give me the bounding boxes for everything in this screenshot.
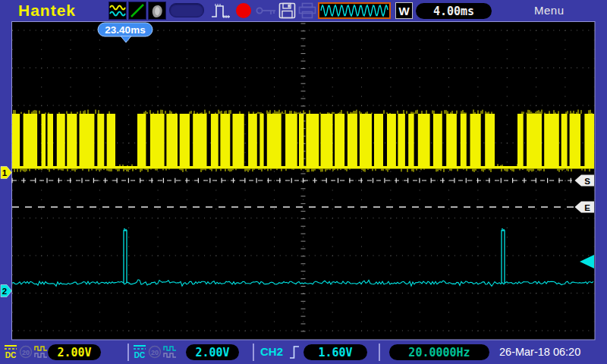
channel-waves-icon — [109, 2, 126, 19]
hand-button[interactable] — [148, 2, 166, 20]
status-bar: DC 20 2.00V DC 20 2.00V CH2 1.60V 20.000… — [0, 340, 607, 364]
trigger-position-value: 23.40ms — [105, 24, 145, 36]
menu-button[interactable]: Menu — [534, 4, 565, 17]
statusbar-divider — [127, 344, 129, 361]
ch1-position-marker[interactable]: 1 — [1, 167, 12, 179]
ch2-bandwidth-icon: 20 — [148, 345, 162, 359]
trigger-source-label: CH2 — [260, 345, 283, 358]
key-icon[interactable] — [256, 5, 277, 17]
memory-waveform-preview[interactable] — [318, 2, 391, 19]
save-icon[interactable] — [278, 2, 296, 19]
statusbar-divider — [253, 344, 254, 361]
trigger-frequency-readout: 20.0000Hz — [389, 344, 489, 360]
trigger-slope-rising-icon — [288, 344, 300, 360]
ch1-coupling-label: DC — [5, 351, 16, 359]
ch1-scale-readout: 2.00V — [48, 344, 101, 360]
scope-screen: 23.40ms 1 2 S E — [0, 21, 607, 340]
ch1-bandwidth-label: 20 — [22, 349, 30, 356]
ch2-position-marker[interactable]: 2 — [1, 285, 12, 297]
ch1-marker-label: 1 — [2, 168, 8, 177]
toolbar-dropdown-field[interactable] — [169, 3, 204, 17]
trigger-level-readout: 1.60V — [304, 344, 367, 360]
hand-icon — [149, 2, 165, 19]
memory-sine-icon — [319, 4, 389, 17]
ch1-low-baseline — [12, 166, 594, 169]
channel-waves-button[interactable] — [109, 2, 127, 20]
print-icon[interactable] — [298, 2, 316, 19]
timebase-readout: 4.00ms — [416, 3, 492, 19]
ch1-bandwidth-icon: 20 — [19, 345, 33, 359]
ch2-coupling-label: DC — [134, 351, 145, 359]
ch2-bandwidth-label: 20 — [151, 349, 159, 356]
ch2-marker-label: 2 — [2, 287, 7, 296]
statusbar-divider — [379, 344, 380, 361]
top-toolbar: Hantek — [0, 0, 607, 21]
window-mode-indicator[interactable]: W — [395, 2, 413, 19]
measure-line-button[interactable] — [128, 2, 146, 20]
ch2-probe-icon — [163, 346, 177, 358]
ch2-scale-readout: 2.00V — [186, 344, 239, 360]
measure-line-icon — [129, 2, 146, 19]
window-end-label: E — [584, 203, 590, 212]
pulse-icon[interactable] — [210, 2, 231, 19]
datetime-readout: 26-Mar-18 06:20 — [499, 346, 580, 358]
ch1-probe-icon — [34, 346, 48, 358]
ch1-coupling-icon: DC — [4, 344, 17, 359]
oscilloscope-ui: { "brand": { "name": "Hantek", "color": … — [0, 0, 607, 364]
ch2-coupling-icon: DC — [133, 344, 146, 359]
window-start-label: S — [584, 177, 590, 186]
brand-logo: Hantek — [18, 2, 76, 20]
record-button[interactable] — [236, 3, 251, 18]
